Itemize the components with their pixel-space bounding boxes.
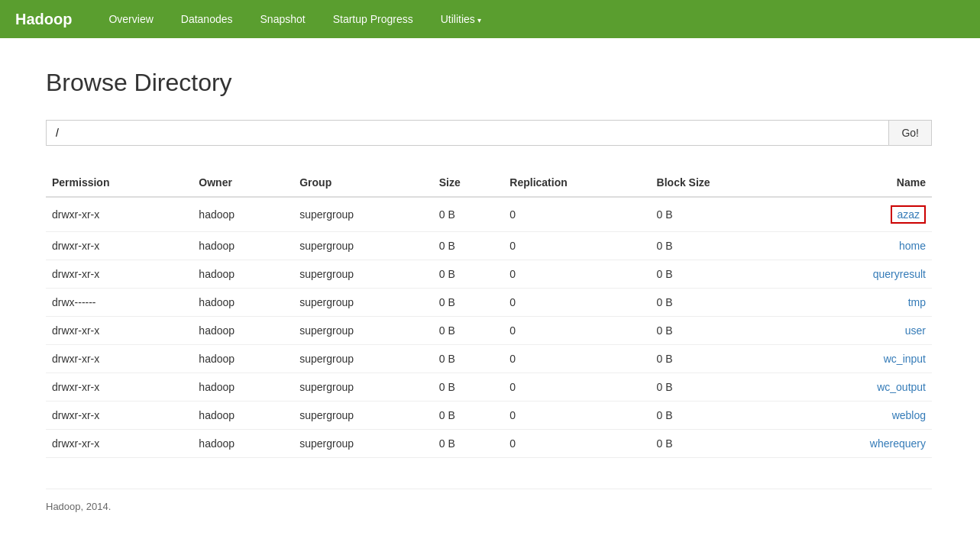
navbar-item-snapshot[interactable]: Snapshot — [247, 2, 319, 36]
navbar-nav: OverviewDatanodesSnapshotStartup Progres… — [95, 2, 494, 36]
header-row: Permission Owner Group Size Replication … — [46, 169, 932, 197]
table-row: drwxr-xr-xhadoopsupergroup0 B00 Bqueryre… — [46, 260, 932, 289]
cell-permission: drwxr-xr-x — [46, 345, 192, 373]
main-content: Browse Directory Go! Permission Owner Gr… — [0, 38, 980, 543]
cell-permission: drwx------ — [46, 289, 192, 317]
cell-size: 0 B — [433, 402, 504, 430]
cell-group: supergroup — [293, 260, 433, 289]
table-row: drwxr-xr-xhadoopsupergroup0 B00 Bwc_inpu… — [46, 345, 932, 373]
navbar-item-datanodes[interactable]: Datanodes — [167, 2, 247, 36]
navbar-link-datanodes[interactable]: Datanodes — [167, 2, 247, 36]
col-permission: Permission — [46, 169, 192, 197]
cell-permission: drwxr-xr-x — [46, 402, 192, 430]
cell-replication: 0 — [503, 289, 650, 317]
cell-group: supergroup — [293, 373, 433, 402]
cell-size: 0 B — [433, 345, 504, 373]
cell-block-size: 0 B — [651, 232, 789, 260]
table-row: drwxr-xr-xhadoopsupergroup0 B00 Bhome — [46, 232, 932, 260]
go-button[interactable]: Go! — [888, 121, 931, 145]
col-size: Size — [433, 169, 504, 197]
dir-link-wherequery[interactable]: wherequery — [870, 437, 926, 450]
cell-name: azaz — [788, 197, 932, 232]
table-body: drwxr-xr-xhadoopsupergroup0 B00 Bazazdrw… — [46, 197, 932, 458]
cell-owner: hadoop — [192, 402, 293, 430]
dir-link-queryresult[interactable]: queryresult — [873, 268, 926, 280]
cell-replication: 0 — [503, 402, 650, 430]
navbar-link-overview[interactable]: Overview — [95, 2, 167, 36]
navbar-link-utilities[interactable]: Utilities — [427, 2, 495, 36]
cell-group: supergroup — [293, 197, 433, 232]
cell-size: 0 B — [433, 373, 504, 402]
cell-group: supergroup — [293, 289, 433, 317]
table-header: Permission Owner Group Size Replication … — [46, 169, 932, 197]
cell-owner: hadoop — [192, 197, 293, 232]
dir-link-wc_input[interactable]: wc_input — [884, 353, 926, 365]
cell-group: supergroup — [293, 232, 433, 260]
cell-owner: hadoop — [192, 345, 293, 373]
navbar: Hadoop OverviewDatanodesSnapshotStartup … — [0, 0, 980, 38]
footer-text: Hadoop, 2014. — [46, 501, 111, 512]
cell-block-size: 0 B — [651, 289, 789, 317]
cell-group: supergroup — [293, 402, 433, 430]
cell-replication: 0 — [503, 197, 650, 232]
table-row: drwxr-xr-xhadoopsupergroup0 B00 Buser — [46, 317, 932, 345]
cell-group: supergroup — [293, 317, 433, 345]
navbar-item-startup-progress[interactable]: Startup Progress — [319, 2, 427, 36]
path-input[interactable] — [47, 121, 888, 145]
cell-name: wc_input — [788, 345, 932, 373]
cell-permission: drwxr-xr-x — [46, 197, 192, 232]
cell-size: 0 B — [433, 260, 504, 289]
cell-block-size: 0 B — [651, 317, 789, 345]
dir-link-azaz[interactable]: azaz — [891, 205, 926, 224]
col-owner: Owner — [192, 169, 293, 197]
cell-replication: 0 — [503, 232, 650, 260]
navbar-item-overview[interactable]: Overview — [95, 2, 167, 36]
col-block-size: Block Size — [651, 169, 789, 197]
col-replication: Replication — [503, 169, 650, 197]
cell-owner: hadoop — [192, 260, 293, 289]
dir-link-wc_output[interactable]: wc_output — [877, 381, 926, 393]
cell-name: home — [788, 232, 932, 260]
cell-permission: drwxr-xr-x — [46, 260, 192, 289]
cell-block-size: 0 B — [651, 402, 789, 430]
cell-owner: hadoop — [192, 430, 293, 458]
cell-block-size: 0 B — [651, 430, 789, 458]
cell-replication: 0 — [503, 373, 650, 402]
navbar-link-startup-progress[interactable]: Startup Progress — [319, 2, 427, 36]
directory-table: Permission Owner Group Size Replication … — [46, 169, 932, 458]
cell-group: supergroup — [293, 430, 433, 458]
cell-group: supergroup — [293, 345, 433, 373]
cell-size: 0 B — [433, 197, 504, 232]
navbar-link-snapshot[interactable]: Snapshot — [247, 2, 319, 36]
cell-block-size: 0 B — [651, 260, 789, 289]
table-row: drwxr-xr-xhadoopsupergroup0 B00 Bwc_outp… — [46, 373, 932, 402]
cell-permission: drwxr-xr-x — [46, 430, 192, 458]
cell-owner: hadoop — [192, 317, 293, 345]
cell-block-size: 0 B — [651, 197, 789, 232]
cell-owner: hadoop — [192, 373, 293, 402]
cell-replication: 0 — [503, 345, 650, 373]
col-group: Group — [293, 169, 433, 197]
cell-replication: 0 — [503, 260, 650, 289]
cell-size: 0 B — [433, 430, 504, 458]
cell-name: wc_output — [788, 373, 932, 402]
cell-replication: 0 — [503, 430, 650, 458]
cell-size: 0 B — [433, 232, 504, 260]
dir-link-user[interactable]: user — [905, 324, 926, 337]
cell-permission: drwxr-xr-x — [46, 317, 192, 345]
table-row: drwxr-xr-xhadoopsupergroup0 B00 Bazaz — [46, 197, 932, 232]
dir-link-home[interactable]: home — [899, 240, 926, 252]
cell-name: wherequery — [788, 430, 932, 458]
cell-size: 0 B — [433, 317, 504, 345]
cell-permission: drwxr-xr-x — [46, 232, 192, 260]
col-name: Name — [788, 169, 932, 197]
search-bar: Go! — [46, 120, 932, 146]
navbar-brand[interactable]: Hadoop — [15, 11, 72, 28]
page-title: Browse Directory — [46, 69, 934, 97]
cell-block-size: 0 B — [651, 345, 789, 373]
dir-link-tmp[interactable]: tmp — [908, 296, 926, 308]
cell-name: queryresult — [788, 260, 932, 289]
navbar-item-utilities[interactable]: Utilities — [427, 2, 495, 36]
cell-permission: drwxr-xr-x — [46, 373, 192, 402]
dir-link-weblog[interactable]: weblog — [892, 409, 926, 421]
